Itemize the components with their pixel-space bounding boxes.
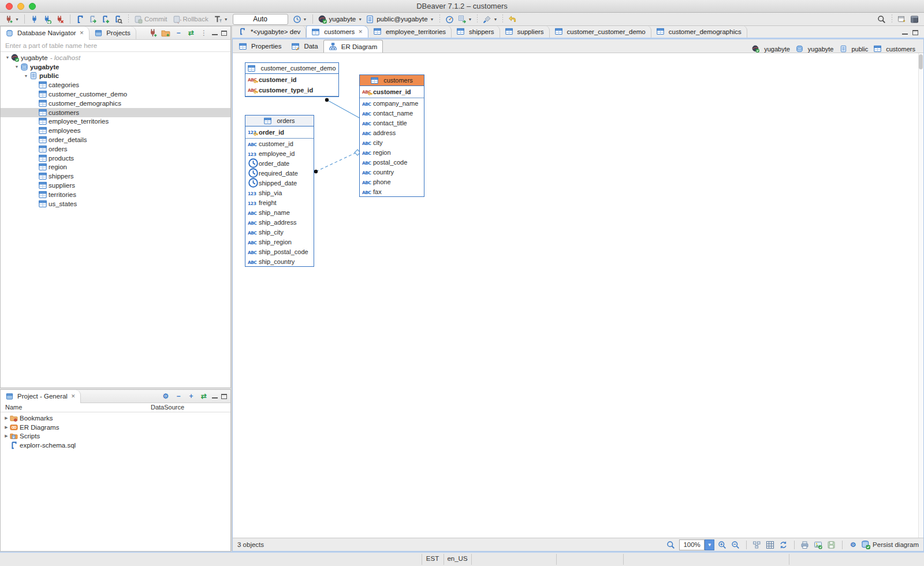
relation-line-solid[interactable] bbox=[327, 100, 359, 118]
expander-icon[interactable]: ▶ bbox=[3, 416, 10, 420]
undo-navigation-button[interactable] bbox=[507, 13, 519, 25]
entity-column-country[interactable]: ABCcountry bbox=[360, 167, 424, 177]
subtab-properties[interactable]: Properties bbox=[234, 40, 286, 53]
entity-column-customer_id[interactable]: ABCcustomer_id bbox=[245, 75, 338, 85]
new-connection-button[interactable]: ▼ bbox=[3, 13, 20, 25]
sql-terminal-button[interactable] bbox=[444, 13, 456, 25]
tree-item-customer_customer_demo[interactable]: customer_customer_demo bbox=[1, 90, 230, 99]
table-filter-input[interactable] bbox=[1, 40, 230, 52]
breadcrumb-item-public[interactable]: public bbox=[840, 45, 869, 53]
expander-icon[interactable]: ▼ bbox=[13, 65, 20, 69]
print-diagram-button[interactable] bbox=[800, 539, 810, 550]
collapse-all-button[interactable]: − bbox=[174, 28, 183, 38]
link-with-editor-button[interactable]: ⇄ bbox=[187, 28, 196, 38]
vertical-scrollbar[interactable] bbox=[918, 53, 923, 538]
close-icon[interactable]: ✕ bbox=[358, 29, 363, 35]
project-item-ER Diagrams[interactable]: ▶ER Diagrams bbox=[1, 423, 230, 432]
data-transfer-button[interactable]: ▼ bbox=[457, 13, 474, 25]
editor-tab-shippers[interactable]: shippers bbox=[452, 25, 500, 38]
tab-project-general[interactable]: Project - General✕ bbox=[1, 390, 81, 403]
commit-button[interactable]: Commit bbox=[133, 13, 170, 25]
subtab-data[interactable]: Data bbox=[286, 40, 323, 53]
chevron-down-icon[interactable]: ▼ bbox=[705, 539, 714, 550]
relation-links[interactable] bbox=[233, 53, 923, 538]
project-item-Scripts[interactable]: ▶Scripts bbox=[1, 432, 230, 441]
entity-column-city[interactable]: ABCcity bbox=[360, 137, 424, 147]
sql-editor-button[interactable] bbox=[74, 13, 86, 25]
tree-item-order_details[interactable]: order_details bbox=[1, 135, 230, 144]
tree-item-region[interactable]: region bbox=[1, 163, 230, 172]
maximize-panel-button[interactable] bbox=[221, 394, 227, 399]
breadcrumb-item-yugabyte[interactable]: yugabyte bbox=[752, 45, 790, 53]
toggle-grid-button[interactable] bbox=[765, 539, 776, 550]
entity-column-ship_name[interactable]: ABCship_name bbox=[245, 207, 314, 217]
locale-indicator[interactable]: en_US bbox=[444, 555, 471, 562]
tree-item-customer_demographics[interactable]: customer_demographics bbox=[1, 99, 230, 108]
expander-icon[interactable]: ▼ bbox=[23, 74, 29, 78]
search-button[interactable] bbox=[876, 13, 888, 25]
zoom-level-value[interactable]: 100% bbox=[679, 539, 705, 550]
editor-tab-suppliers[interactable]: suppliers bbox=[500, 25, 550, 38]
auto-layout-button[interactable] bbox=[752, 539, 762, 550]
tree-item-customers[interactable]: customers bbox=[1, 108, 230, 117]
dbeaver-perspective-button[interactable] bbox=[909, 13, 921, 25]
tree-item-suppliers[interactable]: suppliers bbox=[1, 181, 230, 190]
entity-column-ship_address[interactable]: ABCship_address bbox=[245, 217, 314, 227]
expander-icon[interactable]: ▼ bbox=[4, 55, 11, 59]
tree-item-public[interactable]: ▼public bbox=[1, 72, 230, 81]
entity-orders[interactable]: orders123order_idABCcustomer_id123employ… bbox=[245, 115, 314, 267]
transaction-log-button[interactable]: ▼ bbox=[292, 13, 308, 25]
export-image-button[interactable] bbox=[813, 539, 824, 550]
tree-item-yugabyte[interactable]: ▼yugabyte bbox=[1, 62, 230, 72]
link-with-editor-button[interactable]: ⇄ bbox=[199, 392, 208, 401]
tree-item-employee_territories[interactable]: employee_territories bbox=[1, 117, 230, 126]
entity-column-required_date[interactable]: required_date bbox=[245, 168, 314, 178]
close-icon[interactable]: ✕ bbox=[80, 30, 84, 36]
editor-tab-employee_territories[interactable]: employee_territories bbox=[368, 25, 452, 38]
tree-item-us_states[interactable]: us_states bbox=[1, 199, 230, 208]
entity-column-ship_region[interactable]: ABCship_region bbox=[245, 237, 314, 247]
connect-button[interactable] bbox=[29, 13, 40, 25]
project-item-Bookmarks[interactable]: ▶Bookmarks bbox=[1, 414, 230, 423]
tree-item-employees[interactable]: employees bbox=[1, 126, 230, 135]
compare-button[interactable]: ▼ bbox=[482, 13, 498, 25]
refresh-diagram-button[interactable] bbox=[778, 539, 789, 550]
maximize-panel-button[interactable] bbox=[221, 31, 227, 36]
relation-line-dashed[interactable] bbox=[316, 153, 355, 172]
expander-icon[interactable]: ▶ bbox=[3, 425, 10, 430]
new-sql-editor-button[interactable] bbox=[100, 13, 111, 25]
tab-database-navigator[interactable]: Database Navigator✕ bbox=[1, 27, 90, 40]
project-item-explorr-schema.sql[interactable]: explorr-schema.sql bbox=[1, 441, 230, 450]
zoom-combo[interactable]: 100% ▼ bbox=[679, 539, 714, 550]
entity-customers[interactable]: customersABCcustomer_idABCcompany_nameAB… bbox=[359, 75, 424, 197]
reconnect-button[interactable] bbox=[42, 13, 53, 25]
open-perspective-button[interactable] bbox=[896, 13, 908, 25]
view-menu-button[interactable]: ⋮ bbox=[199, 28, 208, 38]
minimize-editor-button[interactable] bbox=[902, 30, 908, 35]
close-icon[interactable]: ✕ bbox=[71, 393, 76, 399]
tree-item-territories[interactable]: territories bbox=[1, 190, 230, 199]
maximize-editor-button[interactable] bbox=[912, 30, 918, 35]
entity-column-order_date[interactable]: order_date bbox=[245, 158, 314, 168]
entity-column-ship_city[interactable]: ABCship_city bbox=[245, 227, 314, 237]
entity-column-fax[interactable]: ABCfax bbox=[360, 187, 424, 196]
disconnect-button[interactable] bbox=[54, 13, 66, 25]
rollback-button[interactable]: Rollback bbox=[172, 13, 211, 25]
active-schema-combo[interactable]: public@yugabyte▼ bbox=[364, 13, 435, 25]
er-diagram-canvas[interactable]: customer_customer_demoABCcustomer_idABCc… bbox=[233, 53, 923, 538]
column-header-name[interactable]: Name bbox=[5, 404, 22, 411]
column-header-datasource[interactable]: DataSource bbox=[151, 404, 184, 411]
entity-column-postal_code[interactable]: ABCpostal_code bbox=[360, 157, 424, 167]
entity-column-contact_title[interactable]: ABCcontact_title bbox=[360, 118, 424, 128]
entity-column-region[interactable]: ABCregion bbox=[360, 147, 424, 157]
tab-projects[interactable]: Projects bbox=[90, 27, 136, 40]
new-folder-button[interactable] bbox=[161, 28, 170, 38]
save-diagram-button[interactable] bbox=[826, 539, 837, 550]
entity-column-shipped_date[interactable]: shipped_date bbox=[245, 178, 314, 188]
open-sql-console-button[interactable] bbox=[113, 13, 124, 25]
editor-tab-customer_demographics[interactable]: customer_demographics bbox=[651, 25, 747, 38]
editor-tab-yugabytedev[interactable]: *<yugabyte> dev bbox=[233, 25, 306, 38]
expand-all-button[interactable]: + bbox=[187, 392, 196, 401]
entity-column-ship_country[interactable]: ABCship_country bbox=[245, 256, 314, 266]
minimize-panel-button[interactable] bbox=[212, 394, 218, 399]
